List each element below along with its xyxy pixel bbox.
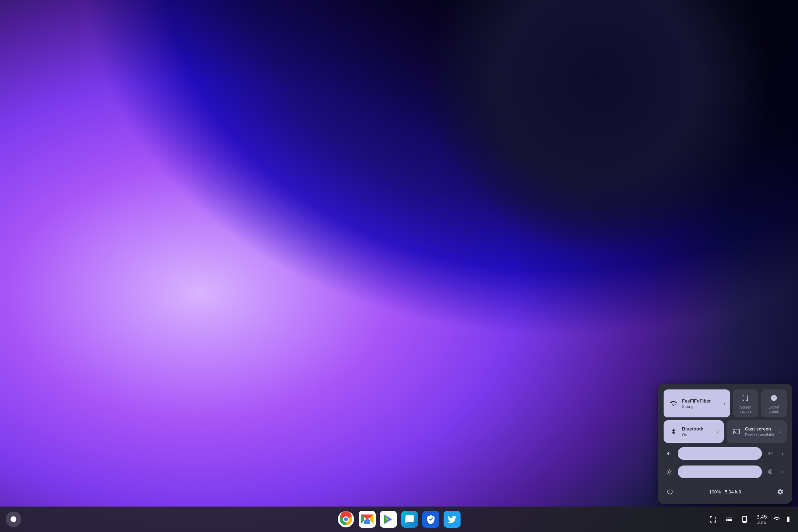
cast-screen-tile[interactable]: Cast screen Devices available › [727, 420, 787, 443]
phone-hub-tray-icon[interactable] [738, 513, 751, 526]
do-not-disturb-icon [769, 393, 779, 403]
cast-screen-tile-title: Cast screen [745, 426, 780, 432]
volume-slider-row: › [664, 446, 787, 461]
cast-icon [732, 427, 741, 436]
clock-date: Jul 5 [757, 520, 766, 525]
taskbar: 3:45 Jul 5 [0, 507, 798, 532]
bluetooth-tile-text: Bluetooth On [682, 426, 717, 437]
wifi-tile-title: FeeFiFoFiber [682, 398, 723, 404]
dock-chrome[interactable] [337, 510, 355, 528]
taskbar-left [6, 511, 21, 527]
screenshot-tray-icon[interactable] [707, 513, 720, 526]
do-not-disturb-tile[interactable]: Do not disturb [761, 389, 787, 417]
volume-slider-track[interactable] [678, 447, 762, 460]
night-light-toggle[interactable] [765, 466, 776, 478]
wifi-tile-text: FeeFiFoFiber Strong [682, 398, 723, 409]
brightness-slider-row: › [664, 464, 787, 480]
volume-chevron[interactable]: › [778, 449, 787, 458]
volume-slider-right: › [765, 448, 787, 459]
volume-mute-toggle[interactable] [765, 448, 776, 459]
shelf-tray-icon[interactable] [723, 513, 735, 526]
bluetooth-tile-arrow[interactable]: › [717, 428, 719, 435]
brightness-slider-track[interactable] [678, 466, 762, 478]
dock-messages[interactable] [400, 510, 419, 528]
bluetooth-tile-subtitle: On [682, 433, 717, 437]
quick-settings-panel: FeeFiFoFiber Strong › Screen capture Do … [658, 384, 792, 504]
brightness-slider-right: › [765, 466, 787, 478]
bluetooth-tile[interactable]: Bluetooth On › [664, 420, 724, 443]
cast-screen-tile-arrow[interactable]: › [780, 428, 782, 435]
cast-screen-tile-text: Cast screen Devices available [745, 426, 780, 437]
taskbar-right: 3:45 Jul 5 [707, 512, 792, 526]
do-not-disturb-label: Do not disturb [764, 405, 784, 414]
qs-row-2: Bluetooth On › Cast screen Devices avail… [664, 420, 787, 443]
qs-row-1: FeeFiFoFiber Strong › Screen capture Do … [664, 389, 787, 417]
brightness-slider-fill [678, 466, 737, 478]
bluetooth-tile-title: Bluetooth [682, 426, 717, 432]
cast-screen-tile-subtitle: Devices available [745, 433, 780, 437]
clock-area[interactable]: 3:45 Jul 5 [754, 512, 770, 526]
screen-capture-label: Screen capture [736, 405, 756, 414]
bluetooth-icon [669, 427, 678, 436]
wifi-tile-arrow[interactable]: › [723, 400, 725, 407]
brightness-chevron[interactable]: › [778, 468, 787, 476]
screen-capture-tile[interactable]: Screen capture [733, 389, 758, 417]
wifi-icon [669, 399, 678, 409]
dock-twitter[interactable] [443, 510, 461, 528]
svg-point-0 [11, 516, 17, 522]
taskbar-center [337, 510, 461, 528]
launcher-button[interactable] [6, 511, 21, 527]
clock-time: 3:45 [757, 514, 767, 520]
dock-bitwarden[interactable] [422, 510, 440, 528]
wifi-tray-icon[interactable] [773, 513, 781, 526]
battery-tray-icon[interactable] [784, 513, 792, 526]
screen-capture-icon [741, 393, 751, 403]
power-button[interactable] [664, 485, 676, 498]
battery-status: 100% · 5:04 left [709, 489, 741, 495]
dock-play-store[interactable] [379, 510, 398, 528]
qs-bottom-bar: 100% · 5:04 left [664, 482, 787, 498]
brightness-icon [664, 466, 675, 478]
svg-point-6 [344, 517, 348, 521]
volume-slider-fill [678, 447, 733, 460]
dock-gmail[interactable] [358, 510, 376, 528]
wifi-tile-subtitle: Strong [682, 404, 723, 409]
volume-icon [664, 448, 675, 459]
wifi-tile[interactable]: FeeFiFoFiber Strong › [664, 389, 730, 417]
settings-button[interactable] [774, 485, 787, 498]
